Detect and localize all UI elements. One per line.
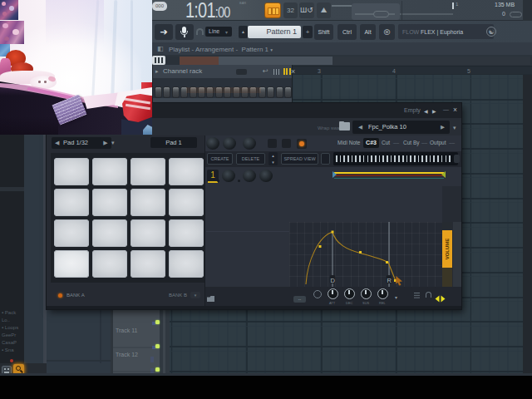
svg-text:D: D (331, 277, 336, 284)
svg-text:R: R (387, 277, 392, 284)
